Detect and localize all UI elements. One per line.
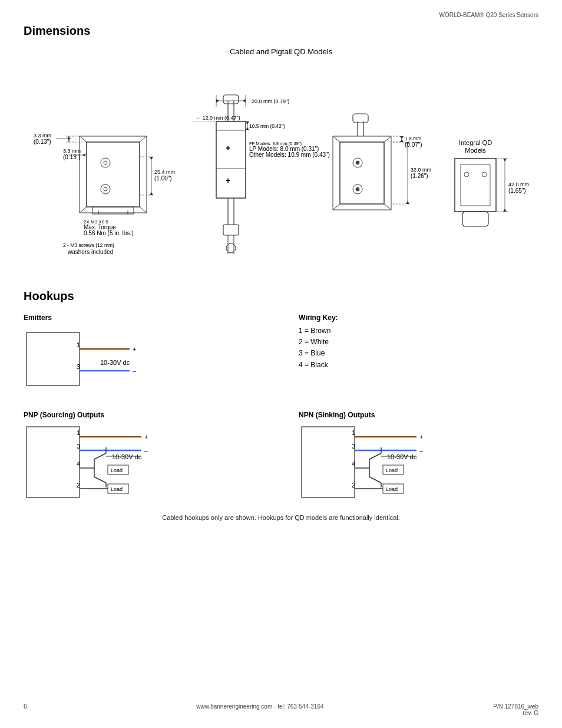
svg-text:32.0 mm: 32.0 mm (411, 167, 431, 173)
footer-note: Cabled hookups only are shown. Hookups f… (24, 514, 538, 521)
svg-text:10-30V dc: 10-30V dc (100, 359, 130, 366)
page-footer: 6 www.bannerengineering.com - tel: 763-5… (24, 703, 538, 716)
svg-line-77 (384, 204, 391, 210)
wiring-key-item-4: 4 = Black (299, 360, 538, 371)
svg-line-8 (140, 207, 147, 213)
svg-text:+: + (133, 345, 136, 353)
svg-text:(1.65"): (1.65") (508, 187, 526, 194)
hookups-title: Hookups (24, 289, 538, 303)
npn-label: NPN (Sinking) Outputs (299, 411, 538, 419)
svg-text:10-30V dc: 10-30V dc (387, 453, 417, 460)
emitters-col: Emitters 1 + 3 – 10-30V dc (24, 314, 263, 393)
wiring-key-item-1: 1 = Brown (299, 325, 538, 337)
svg-rect-0 (87, 142, 140, 207)
svg-rect-101 (455, 159, 496, 212)
svg-marker-29 (150, 157, 153, 160)
svg-point-105 (482, 172, 487, 177)
svg-marker-27 (82, 153, 85, 157)
npn-diagram: 1 + 3 10-30V dc – 4 Load (299, 424, 464, 500)
outputs-row: PNP (Sourcing) Outputs 1 + 3 10-30V dc –… (24, 411, 538, 502)
svg-point-71 (356, 161, 359, 164)
svg-marker-30 (150, 192, 153, 195)
svg-rect-84 (353, 114, 368, 123)
hookups-row: Emitters 1 + 3 – 10-30V dc Wiring Key: 1… (24, 314, 538, 393)
page-header: WORLD-BEAM® Q20 Series Sensors (24, 12, 538, 18)
svg-text:25.4 mm: 25.4 mm (154, 169, 175, 175)
svg-text:–: – (419, 447, 424, 454)
svg-point-1 (101, 158, 110, 167)
svg-text:42.0 mm: 42.0 mm (508, 182, 529, 187)
part-number: P/N 127816_web rev. G (493, 703, 538, 716)
svg-text:+: + (226, 143, 230, 153)
svg-marker-109 (503, 159, 507, 162)
svg-text:10-30V dc: 10-30V dc (112, 453, 142, 460)
svg-text:3.3 mm: 3.3 mm (34, 133, 51, 139)
svg-text:20.0 mm (0.79"): 20.0 mm (0.79") (252, 98, 289, 104)
svg-text:2: 2 (77, 482, 80, 489)
svg-text:0.56 Nm (5 in. lbs.): 0.56 Nm (5 in. lbs.) (84, 230, 133, 236)
emitters-label: Emitters (24, 314, 263, 322)
svg-text:Load: Load (111, 467, 123, 473)
svg-marker-44 (216, 99, 219, 103)
svg-text:3: 3 (77, 363, 80, 370)
svg-line-157 (369, 477, 381, 483)
wiring-key-title: Wiring Key: (299, 314, 538, 322)
svg-text:3: 3 (352, 443, 355, 450)
svg-point-3 (101, 185, 110, 194)
svg-marker-89 (400, 139, 404, 142)
dimensions-section: Dimensions Cabled and Pigtail QD Models (24, 24, 538, 266)
pnp-label: PNP (Sourcing) Outputs (24, 411, 263, 419)
svg-text:–: – (133, 367, 137, 374)
svg-text:+: + (144, 433, 148, 440)
svg-marker-45 (243, 99, 246, 103)
svg-marker-88 (400, 136, 404, 139)
svg-text:+: + (226, 176, 230, 185)
website: www.bannerengineering.com - tel: 763-544… (196, 703, 323, 716)
svg-text:(1.26"): (1.26") (411, 173, 428, 179)
svg-rect-103 (462, 212, 488, 226)
svg-text:(0.13"): (0.13") (34, 139, 51, 145)
svg-text:(1.00"): (1.00") (154, 175, 172, 182)
pnp-col: PNP (Sourcing) Outputs 1 + 3 10-30V dc –… (24, 411, 263, 502)
svg-text:Load: Load (386, 486, 398, 492)
wiring-key-item-2: 2 = White (299, 337, 538, 348)
dimensions-title: Dimensions (24, 24, 538, 38)
svg-rect-113 (27, 332, 80, 386)
svg-line-155 (369, 453, 381, 459)
wiring-key-item-3: 3 = Blue (299, 348, 538, 359)
svg-text:Other Models: 10.9 mm (0.43"): Other Models: 10.9 mm (0.43") (249, 151, 330, 158)
diagram-area: Cabled and Pigtail QD Models (24, 47, 538, 266)
emitters-diagram: 1 + 3 – 10-30V dc (24, 327, 189, 391)
svg-line-5 (80, 136, 87, 142)
svg-text:+: + (419, 433, 423, 440)
svg-line-134 (94, 477, 106, 483)
npn-col: NPN (Sinking) Outputs 1 + 3 10-30V dc – … (299, 411, 538, 502)
svg-text:Load: Load (111, 486, 123, 492)
diagram-subtitle: Cabled and Pigtail QD Models (230, 47, 332, 56)
svg-point-73 (356, 187, 359, 191)
svg-text:washers included: washers included (67, 249, 113, 255)
svg-text:–: – (144, 447, 148, 454)
svg-marker-110 (503, 209, 507, 212)
svg-line-75 (384, 136, 391, 142)
svg-rect-42 (223, 95, 239, 104)
svg-text:Models: Models (465, 147, 486, 154)
hookups-section: Hookups Emitters 1 + 3 – 10-30V dc Wirin… (24, 289, 538, 521)
pnp-diagram: 1 + 3 10-30V dc – 4 Load (24, 424, 189, 500)
svg-line-6 (140, 136, 147, 142)
svg-text:1: 1 (77, 429, 80, 436)
svg-text:1: 1 (77, 341, 80, 348)
svg-point-2 (104, 161, 107, 164)
svg-text:← 12.0 mm (0.47"): ← 12.0 mm (0.47") (196, 115, 240, 121)
svg-rect-121 (27, 427, 80, 498)
svg-text:1: 1 (352, 429, 355, 436)
svg-text:Integral QD: Integral QD (459, 139, 492, 146)
svg-marker-23 (68, 137, 71, 140)
svg-text:4: 4 (352, 460, 355, 467)
wiring-key-section: Wiring Key: 1 = Brown 2 = White 3 = Blue… (299, 314, 538, 393)
svg-text:3: 3 (77, 443, 80, 450)
svg-text:10.5 mm (0.42"): 10.5 mm (0.42") (249, 123, 285, 129)
svg-point-4 (104, 187, 107, 191)
svg-text:Load: Load (386, 467, 398, 473)
svg-line-132 (94, 453, 106, 459)
